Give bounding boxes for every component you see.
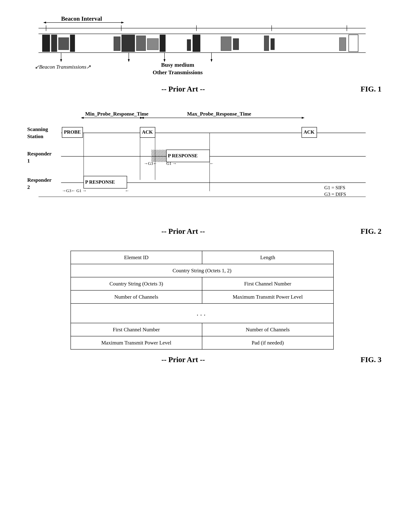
fig2-labels: -- Prior Art -- FIG. 2 — [15, 227, 389, 236]
responder1-label: Responder — [27, 151, 51, 157]
p-response2-label: P RESPONSE — [85, 179, 115, 185]
max-probe-label: Max_Probe_Response_Time — [187, 111, 251, 117]
svg-rect-13 — [58, 38, 69, 50]
table-row: Country String (Octets 1, 2) — [71, 264, 333, 277]
ellipsis-cell: ... — [71, 304, 333, 323]
other-transmissions-label: Other Transmissions — [153, 69, 203, 75]
page: Beacon Interval — [0, 0, 404, 532]
table-row: Maximum Transmit Power Level Pad (if nee… — [71, 336, 333, 349]
svg-rect-27 — [349, 35, 358, 52]
min-probe-label: Min_Probe_Response_Time — [85, 111, 148, 117]
pad-cell: Pad (if needed) — [202, 336, 333, 349]
fig1-diagram: Beacon Interval — [24, 11, 381, 83]
svg-rect-16 — [122, 35, 135, 52]
table-row: Country String (Octets 3) First Channel … — [71, 277, 333, 290]
fig3-table: Element ID Length Country String (Octets… — [71, 251, 334, 349]
svg-marker-2 — [121, 22, 124, 24]
scanning-station-label2: Station — [27, 133, 43, 139]
svg-marker-37 — [81, 117, 84, 119]
svg-rect-26 — [339, 38, 346, 51]
svg-rect-11 — [42, 35, 50, 52]
fig1-labels: -- Prior Art -- FIG. 1 — [15, 85, 389, 93]
fig1-label: FIG. 1 — [361, 85, 381, 93]
scanning-station-label: Scanning — [27, 126, 48, 132]
ack1-label: ACK — [142, 129, 153, 135]
first-channel-cell: First Channel Number — [202, 277, 333, 290]
responder2-num: 2 — [27, 184, 30, 190]
svg-rect-47 — [151, 150, 166, 162]
fig2-label: FIG. 2 — [361, 227, 381, 235]
max-tx-power-cell: Maximum Transmit Power Level — [202, 290, 333, 304]
r1-back-arrow: ← — [210, 161, 214, 166]
svg-rect-24 — [264, 36, 269, 51]
country-string-12-cell: Country String (Octets 1, 2) — [71, 264, 333, 277]
svg-rect-19 — [160, 35, 166, 52]
table-row: Element ID Length — [71, 251, 333, 264]
fig2-section: Min_Probe_Response_Time Max_Probe_Respon… — [15, 108, 389, 236]
fig3-prior-art: -- Prior Art -- — [161, 355, 205, 364]
svg-rect-12 — [51, 35, 57, 52]
g1-def: G1 = SIFS — [324, 185, 345, 190]
svg-rect-25 — [271, 38, 275, 50]
fig1-prior-art: -- Prior Art -- — [161, 85, 205, 93]
fig3-label: FIG. 3 — [361, 355, 381, 364]
element-id-cell: Element ID — [71, 251, 202, 264]
responder2-label: Responder — [27, 177, 51, 183]
table-row: First Channel Number Number of Channels — [71, 323, 333, 336]
max-tx-power-2-cell: Maximum Transmit Power Level — [71, 336, 202, 349]
num-channels-cell: Number of Channels — [71, 290, 202, 304]
ack2-label: ACK — [304, 129, 315, 135]
length-cell: Length — [202, 251, 333, 264]
table-row: Number of Channels Maximum Transmit Powe… — [71, 290, 333, 304]
p-response1-label: P RESPONSE — [168, 153, 198, 158]
fig1-section: Beacon Interval — [15, 11, 389, 93]
fig2-diagram: Min_Probe_Response_Time Max_Probe_Respon… — [24, 108, 381, 225]
country-string-3-cell: Country String (Octets 3) — [71, 277, 202, 290]
svg-rect-22 — [221, 37, 231, 51]
first-channel-2-cell: First Channel Number — [71, 323, 202, 336]
svg-rect-17 — [136, 36, 146, 51]
fig3-labels: -- Prior Art -- FIG. 3 — [15, 355, 389, 364]
beacon-transmissions-label: ↙Beacon Transmissions↗ — [35, 64, 91, 70]
r1-g1-label: G1 → — [166, 161, 177, 166]
num-channels-2-cell: Number of Channels — [202, 323, 333, 336]
g3-def: G3 = DIFS — [324, 191, 346, 197]
r2-back-arrow: ← — [125, 188, 129, 193]
svg-marker-29 — [60, 59, 62, 62]
svg-rect-18 — [147, 38, 159, 50]
svg-marker-35 — [211, 59, 212, 62]
svg-rect-20 — [187, 39, 191, 51]
svg-marker-40 — [141, 117, 144, 119]
beacon-interval-label: Beacon Interval — [61, 15, 102, 22]
svg-marker-1 — [43, 22, 46, 24]
fig2-prior-art: -- Prior Art -- — [161, 227, 205, 235]
busy-medium-label: Busy medium — [161, 62, 194, 68]
responder1-num: 1 — [27, 158, 30, 164]
svg-rect-21 — [193, 35, 200, 52]
fig3-section: Element ID Length Country String (Octets… — [15, 251, 389, 364]
svg-rect-23 — [233, 38, 239, 50]
r2-g3-label: →G3← G1 → — [62, 188, 87, 193]
svg-rect-15 — [114, 37, 120, 51]
svg-marker-31 — [128, 59, 130, 62]
svg-rect-14 — [70, 35, 75, 52]
probe-box-label: PROBE — [64, 129, 81, 135]
svg-marker-41 — [302, 117, 305, 119]
table-row-dots: ... — [71, 304, 333, 323]
